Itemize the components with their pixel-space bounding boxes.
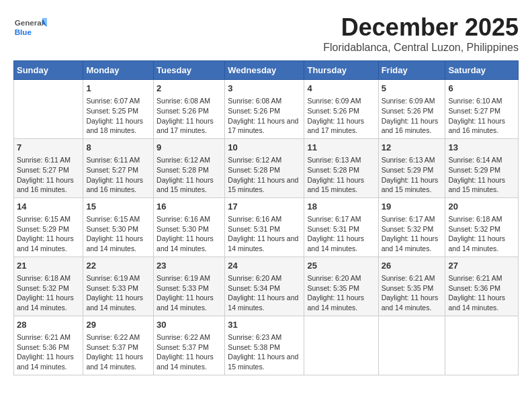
day-info: Sunrise: 6:17 AM Sunset: 5:31 PM Dayligh…: [307, 214, 375, 254]
calendar-cell: [304, 316, 378, 375]
page-title: December 2025: [323, 13, 519, 42]
day-info: Sunrise: 6:12 AM Sunset: 5:28 PM Dayligh…: [157, 155, 222, 195]
page-subtitle: Floridablanca, Central Luzon, Philippine…: [323, 42, 519, 54]
page-header: General Blue December 2025 Floridablanca…: [13, 13, 519, 54]
day-number: 23: [157, 260, 222, 272]
week-row: 28Sunrise: 6:21 AM Sunset: 5:36 PM Dayli…: [14, 316, 519, 375]
day-info: Sunrise: 6:08 AM Sunset: 5:26 PM Dayligh…: [228, 96, 301, 136]
day-info: Sunrise: 6:19 AM Sunset: 5:33 PM Dayligh…: [157, 273, 222, 313]
calendar-cell: 30Sunrise: 6:22 AM Sunset: 5:37 PM Dayli…: [154, 316, 225, 375]
day-number: 13: [448, 142, 515, 154]
day-info: Sunrise: 6:14 AM Sunset: 5:29 PM Dayligh…: [448, 155, 515, 195]
calendar-cell: 31Sunrise: 6:23 AM Sunset: 5:38 PM Dayli…: [225, 316, 304, 375]
calendar-cell: 5Sunrise: 6:09 AM Sunset: 5:26 PM Daylig…: [378, 80, 445, 139]
svg-text:General: General: [15, 18, 44, 27]
day-info: Sunrise: 6:08 AM Sunset: 5:26 PM Dayligh…: [157, 96, 222, 136]
day-info: Sunrise: 6:12 AM Sunset: 5:28 PM Dayligh…: [228, 155, 301, 195]
calendar-cell: [14, 80, 83, 139]
day-info: Sunrise: 6:20 AM Sunset: 5:34 PM Dayligh…: [228, 273, 301, 313]
day-number: 30: [157, 319, 222, 331]
day-info: Sunrise: 6:09 AM Sunset: 5:26 PM Dayligh…: [307, 96, 375, 136]
day-number: 16: [157, 201, 222, 213]
calendar-cell: 25Sunrise: 6:20 AM Sunset: 5:35 PM Dayli…: [304, 257, 378, 316]
day-info: Sunrise: 6:23 AM Sunset: 5:38 PM Dayligh…: [228, 332, 301, 372]
calendar-cell: 14Sunrise: 6:15 AM Sunset: 5:29 PM Dayli…: [14, 197, 83, 257]
calendar-cell: 29Sunrise: 6:22 AM Sunset: 5:37 PM Dayli…: [83, 316, 154, 375]
calendar-cell: [445, 316, 519, 375]
day-number: 28: [17, 319, 80, 331]
day-info: Sunrise: 6:15 AM Sunset: 5:30 PM Dayligh…: [86, 214, 150, 254]
day-info: Sunrise: 6:07 AM Sunset: 5:25 PM Dayligh…: [86, 96, 150, 136]
calendar-cell: 7Sunrise: 6:11 AM Sunset: 5:27 PM Daylig…: [14, 138, 83, 197]
day-info: Sunrise: 6:10 AM Sunset: 5:27 PM Dayligh…: [448, 96, 515, 136]
week-row: 1Sunrise: 6:07 AM Sunset: 5:25 PM Daylig…: [14, 80, 519, 139]
calendar-cell: 19Sunrise: 6:17 AM Sunset: 5:32 PM Dayli…: [378, 197, 445, 257]
day-number: 22: [86, 260, 150, 272]
day-info: Sunrise: 6:09 AM Sunset: 5:26 PM Dayligh…: [382, 96, 443, 136]
day-number: 17: [228, 201, 301, 213]
day-number: 21: [17, 260, 80, 272]
day-number: 5: [382, 83, 443, 95]
calendar-cell: 18Sunrise: 6:17 AM Sunset: 5:31 PM Dayli…: [304, 197, 378, 257]
day-number: 1: [86, 83, 150, 95]
calendar-cell: 26Sunrise: 6:21 AM Sunset: 5:35 PM Dayli…: [378, 257, 445, 316]
title-block: December 2025 Floridablanca, Central Luz…: [323, 13, 519, 54]
week-row: 21Sunrise: 6:18 AM Sunset: 5:32 PM Dayli…: [14, 257, 519, 316]
col-monday: Monday: [83, 61, 154, 80]
day-info: Sunrise: 6:17 AM Sunset: 5:32 PM Dayligh…: [382, 214, 443, 254]
day-number: 25: [307, 260, 375, 272]
col-wednesday: Wednesday: [225, 61, 304, 80]
day-info: Sunrise: 6:22 AM Sunset: 5:37 PM Dayligh…: [86, 332, 150, 372]
calendar-table: Sunday Monday Tuesday Wednesday Thursday…: [13, 60, 519, 375]
day-info: Sunrise: 6:15 AM Sunset: 5:29 PM Dayligh…: [17, 214, 80, 254]
week-row: 14Sunrise: 6:15 AM Sunset: 5:29 PM Dayli…: [14, 197, 519, 257]
calendar-cell: 11Sunrise: 6:13 AM Sunset: 5:28 PM Dayli…: [304, 138, 378, 197]
calendar-cell: 15Sunrise: 6:15 AM Sunset: 5:30 PM Dayli…: [83, 197, 154, 257]
day-number: 7: [17, 142, 80, 154]
day-number: 6: [448, 83, 515, 95]
logo: General Blue: [13, 13, 50, 40]
calendar-cell: 2Sunrise: 6:08 AM Sunset: 5:26 PM Daylig…: [154, 80, 225, 139]
day-info: Sunrise: 6:21 AM Sunset: 5:35 PM Dayligh…: [382, 273, 443, 313]
day-number: 14: [17, 201, 80, 213]
day-info: Sunrise: 6:11 AM Sunset: 5:27 PM Dayligh…: [86, 155, 150, 195]
col-sunday: Sunday: [14, 61, 83, 80]
calendar-cell: 6Sunrise: 6:10 AM Sunset: 5:27 PM Daylig…: [445, 80, 519, 139]
calendar-cell: 17Sunrise: 6:16 AM Sunset: 5:31 PM Dayli…: [225, 197, 304, 257]
day-info: Sunrise: 6:13 AM Sunset: 5:28 PM Dayligh…: [307, 155, 375, 195]
day-number: 29: [86, 319, 150, 331]
col-friday: Friday: [378, 61, 445, 80]
calendar-cell: 12Sunrise: 6:13 AM Sunset: 5:29 PM Dayli…: [378, 138, 445, 197]
week-row: 7Sunrise: 6:11 AM Sunset: 5:27 PM Daylig…: [14, 138, 519, 197]
day-number: 11: [307, 142, 375, 154]
day-number: 18: [307, 201, 375, 213]
calendar-cell: 3Sunrise: 6:08 AM Sunset: 5:26 PM Daylig…: [225, 80, 304, 139]
calendar-cell: 9Sunrise: 6:12 AM Sunset: 5:28 PM Daylig…: [154, 138, 225, 197]
calendar-cell: 8Sunrise: 6:11 AM Sunset: 5:27 PM Daylig…: [83, 138, 154, 197]
day-number: 26: [382, 260, 443, 272]
day-info: Sunrise: 6:20 AM Sunset: 5:35 PM Dayligh…: [307, 273, 375, 313]
svg-text:Blue: Blue: [15, 28, 32, 36]
calendar-cell: 10Sunrise: 6:12 AM Sunset: 5:28 PM Dayli…: [225, 138, 304, 197]
day-number: 27: [448, 260, 515, 272]
calendar-cell: 1Sunrise: 6:07 AM Sunset: 5:25 PM Daylig…: [83, 80, 154, 139]
calendar-cell: [378, 316, 445, 375]
calendar-cell: 13Sunrise: 6:14 AM Sunset: 5:29 PM Dayli…: [445, 138, 519, 197]
calendar-body: 1Sunrise: 6:07 AM Sunset: 5:25 PM Daylig…: [14, 80, 519, 375]
day-number: 12: [382, 142, 443, 154]
calendar-cell: 22Sunrise: 6:19 AM Sunset: 5:33 PM Dayli…: [83, 257, 154, 316]
day-info: Sunrise: 6:21 AM Sunset: 5:36 PM Dayligh…: [448, 273, 515, 313]
day-info: Sunrise: 6:13 AM Sunset: 5:29 PM Dayligh…: [382, 155, 443, 195]
day-info: Sunrise: 6:18 AM Sunset: 5:32 PM Dayligh…: [448, 214, 515, 254]
day-info: Sunrise: 6:22 AM Sunset: 5:37 PM Dayligh…: [157, 332, 222, 372]
calendar-cell: 20Sunrise: 6:18 AM Sunset: 5:32 PM Dayli…: [445, 197, 519, 257]
day-number: 9: [157, 142, 222, 154]
day-number: 20: [448, 201, 515, 213]
day-number: 4: [307, 83, 375, 95]
day-number: 3: [228, 83, 301, 95]
calendar-cell: 28Sunrise: 6:21 AM Sunset: 5:36 PM Dayli…: [14, 316, 83, 375]
day-info: Sunrise: 6:11 AM Sunset: 5:27 PM Dayligh…: [17, 155, 80, 195]
day-number: 24: [228, 260, 301, 272]
col-saturday: Saturday: [445, 61, 519, 80]
day-number: 15: [86, 201, 150, 213]
